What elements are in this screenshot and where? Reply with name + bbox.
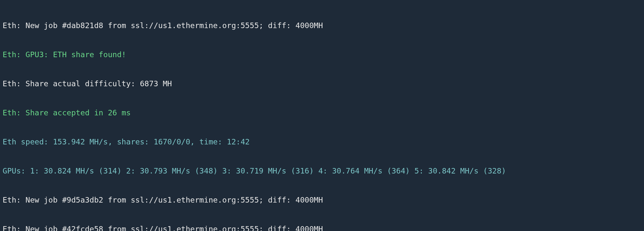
log-line-share-difficulty: Eth: Share actual difficulty: 6873 MH [3,79,641,89]
log-line-eth-speed: Eth speed: 153.942 MH/s, shares: 1670/0/… [3,137,641,147]
log-line-share-found: Eth: GPU3: ETH share found! [3,50,641,59]
terminal-output[interactable]: Eth: New job #dab821d8 from ssl://us1.et… [0,0,644,231]
log-line-new-job: Eth: New job #9d5a3db2 from ssl://us1.et… [3,195,641,205]
log-line-share-accepted: Eth: Share accepted in 26 ms [3,108,641,118]
terminal-window[interactable]: Eth: New job #dab821d8 from ssl://us1.et… [0,0,644,231]
log-line-gpu-stats: GPUs: 1: 30.824 MH/s (314) 2: 30.793 MH/… [3,166,641,176]
log-line-new-job: Eth: New job #42fcde58 from ssl://us1.et… [3,224,641,231]
log-line-new-job: Eth: New job #dab821d8 from ssl://us1.et… [3,21,641,30]
